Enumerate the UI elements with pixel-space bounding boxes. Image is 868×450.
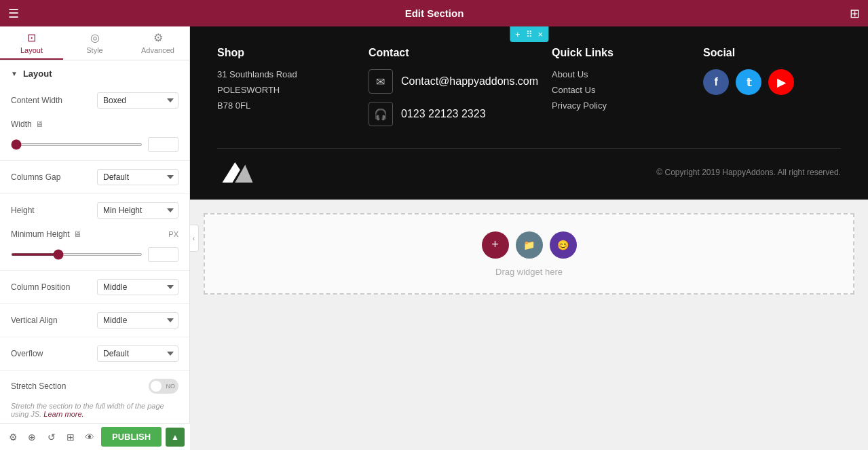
drag-hint: Drag widget here bbox=[495, 267, 563, 277]
vertical-align-row: Vertical Align Top Middle Bottom bbox=[0, 307, 189, 334]
height-label: Height bbox=[11, 206, 97, 215]
eye-toolbar-icon[interactable]: 👁 bbox=[82, 428, 97, 447]
facebook-icon[interactable]: f bbox=[703, 69, 729, 95]
publish-button[interactable]: PUBLISH bbox=[101, 427, 162, 447]
width-label-group: Width 🖥 bbox=[11, 119, 43, 129]
overflow-label: Overflow bbox=[11, 349, 97, 358]
contact-email: Contact@happyaddons.com bbox=[401, 75, 538, 88]
quicklink-privacy[interactable]: Privacy Policy bbox=[552, 100, 690, 111]
folder-button[interactable]: 📁 bbox=[516, 231, 543, 259]
overflow-select[interactable]: Default Hidden bbox=[97, 345, 178, 362]
contact-heading: Contact bbox=[369, 47, 538, 59]
toggle-no-label: NO bbox=[166, 383, 176, 390]
section-close-icon[interactable]: × bbox=[538, 29, 544, 39]
content-width-select[interactable]: Boxed Full Width bbox=[97, 92, 178, 109]
stretch-section-row: Stretch Section NO bbox=[0, 373, 189, 399]
footer-section: Shop 31 Southlands Road POLESWORTH B78 0… bbox=[190, 26, 868, 200]
quicklink-about[interactable]: About Us bbox=[552, 69, 690, 79]
section-toolbar: + ⠿ × bbox=[510, 26, 548, 42]
tabs-bar: ⊡ Layout ◎ Style ⚙ Advanced bbox=[0, 26, 189, 60]
footer-social-col: Social f 𝕥 ▶ bbox=[703, 47, 841, 134]
min-height-slider-row bbox=[0, 244, 189, 267]
shop-address1: 31 Southlands Road bbox=[217, 69, 355, 79]
tab-style[interactable]: ◎ Style bbox=[63, 26, 126, 60]
minimum-height-label: Minimum Height bbox=[11, 229, 70, 239]
width-row: Width 🖥 bbox=[0, 114, 189, 134]
left-panel: ⊡ Layout ◎ Style ⚙ Advanced ▼ Layout Con… bbox=[0, 26, 190, 450]
column-position-control: Top Middle Bottom bbox=[97, 279, 178, 295]
stretch-toggle[interactable]: NO bbox=[149, 379, 178, 394]
column-position-select[interactable]: Top Middle Bottom bbox=[97, 279, 178, 295]
advanced-tab-icon: ⚙ bbox=[153, 31, 163, 44]
shop-heading: Shop bbox=[217, 47, 355, 59]
settings-toolbar-icon[interactable]: ⚙ bbox=[5, 428, 20, 447]
height-select[interactable]: Default Min Height Fit To Screen bbox=[97, 202, 178, 219]
layers-toolbar-icon[interactable]: ⊕ bbox=[24, 428, 39, 447]
min-height-slider-container bbox=[11, 247, 178, 262]
footer-contact-col: Contact ✉ Contact@happyaddons.com 🎧 0123… bbox=[369, 47, 538, 134]
vertical-align-select[interactable]: Top Middle Bottom bbox=[97, 312, 178, 329]
section-move-icon[interactable]: ⠿ bbox=[526, 29, 533, 39]
overflow-row: Overflow Default Hidden bbox=[0, 340, 189, 367]
stretch-note: Stretch the section to the full width of… bbox=[0, 399, 189, 424]
logo-svg bbox=[217, 159, 258, 186]
section-add-icon[interactable]: + bbox=[515, 29, 521, 39]
collapse-panel-handle[interactable]: ‹ bbox=[190, 225, 199, 252]
tab-layout-label: Layout bbox=[20, 46, 43, 54]
min-height-monitor-icon: 🖥 bbox=[73, 229, 81, 239]
content-width-label: Content Width bbox=[11, 96, 97, 105]
footer-grid: Shop 31 Southlands Road POLESWORTH B78 0… bbox=[217, 47, 841, 134]
history-toolbar-icon[interactable]: ↺ bbox=[43, 428, 58, 447]
footer-bottom: © Copyright 2019 HappyAddons. All right … bbox=[217, 148, 841, 186]
contact-email-item: ✉ Contact@happyaddons.com bbox=[369, 69, 538, 94]
tab-layout[interactable]: ⊡ Layout bbox=[0, 26, 63, 60]
stretch-note-text: Stretch the section to the full width of… bbox=[11, 402, 164, 418]
youtube-icon[interactable]: ▶ bbox=[768, 69, 794, 95]
quicklinks-heading: Quick Links bbox=[552, 47, 690, 59]
bottom-toolbar: ⚙ ⊕ ↺ ⊞ 👁 PUBLISH ▲ bbox=[0, 423, 190, 450]
phone-icon: 🎧 bbox=[369, 102, 393, 126]
social-heading: Social bbox=[703, 47, 841, 59]
vertical-align-control: Top Middle Bottom bbox=[97, 312, 178, 329]
min-height-label-group: Minimum Height 🖥 bbox=[11, 229, 81, 239]
main-layout: ⊡ Layout ◎ Style ⚙ Advanced ▼ Layout Con… bbox=[0, 26, 868, 450]
top-header: ☰ Edit Section ⊞ bbox=[0, 0, 868, 26]
columns-gap-select[interactable]: Default No Gap Narrow Extended Wide bbox=[97, 169, 178, 185]
monitor-icon: 🖥 bbox=[35, 119, 43, 129]
shop-address3: B78 0FL bbox=[217, 100, 355, 111]
twitter-icon[interactable]: 𝕥 bbox=[736, 69, 761, 95]
width-slider[interactable] bbox=[11, 143, 143, 146]
layout-section-title: Layout bbox=[23, 69, 52, 79]
width-slider-container bbox=[11, 137, 178, 152]
column-position-label: Column Position bbox=[11, 282, 97, 292]
hamburger-icon[interactable]: ☰ bbox=[8, 6, 19, 21]
layout-section-header[interactable]: ▼ Layout bbox=[0, 60, 189, 87]
empty-section-buttons: + 📁 😊 bbox=[482, 231, 577, 259]
contact-phone-item: 🎧 0123 22123 2323 bbox=[369, 102, 538, 126]
px-unit-label: PX bbox=[168, 230, 178, 238]
publish-dropdown-button[interactable]: ▲ bbox=[166, 428, 185, 447]
tab-advanced[interactable]: ⚙ Advanced bbox=[126, 26, 189, 60]
columns-gap-label: Columns Gap bbox=[11, 172, 97, 182]
tab-advanced-label: Advanced bbox=[141, 46, 174, 54]
navigator-toolbar-icon[interactable]: ⊞ bbox=[63, 428, 78, 447]
layout-tab-icon: ⊡ bbox=[27, 31, 36, 44]
vertical-align-label: Vertical Align bbox=[11, 316, 97, 325]
footer-shop-col: Shop 31 Southlands Road POLESWORTH B78 0… bbox=[217, 47, 355, 134]
panel-content: ▼ Layout Content Width Boxed Full Width … bbox=[0, 60, 189, 450]
quicklink-contact[interactable]: Contact Us bbox=[552, 85, 690, 95]
width-label: Width bbox=[11, 119, 32, 129]
footer-quicklinks-col: Quick Links About Us Contact Us Privacy … bbox=[552, 47, 690, 134]
panel-title: Edit Section bbox=[405, 7, 464, 19]
min-height-value-input[interactable] bbox=[148, 247, 178, 262]
min-height-slider[interactable] bbox=[11, 253, 143, 256]
stretch-section-control: NO bbox=[149, 379, 178, 394]
height-control: Default Min Height Fit To Screen bbox=[97, 202, 178, 219]
face-button[interactable]: 😊 bbox=[550, 231, 577, 259]
collapse-arrow-icon: ▼ bbox=[11, 70, 18, 77]
grid-icon[interactable]: ⊞ bbox=[850, 6, 860, 21]
add-widget-button[interactable]: + bbox=[482, 231, 509, 259]
width-value-input[interactable] bbox=[148, 137, 178, 152]
learn-more-link[interactable]: Learn more. bbox=[43, 410, 83, 418]
height-row: Height Default Min Height Fit To Screen bbox=[0, 197, 189, 224]
